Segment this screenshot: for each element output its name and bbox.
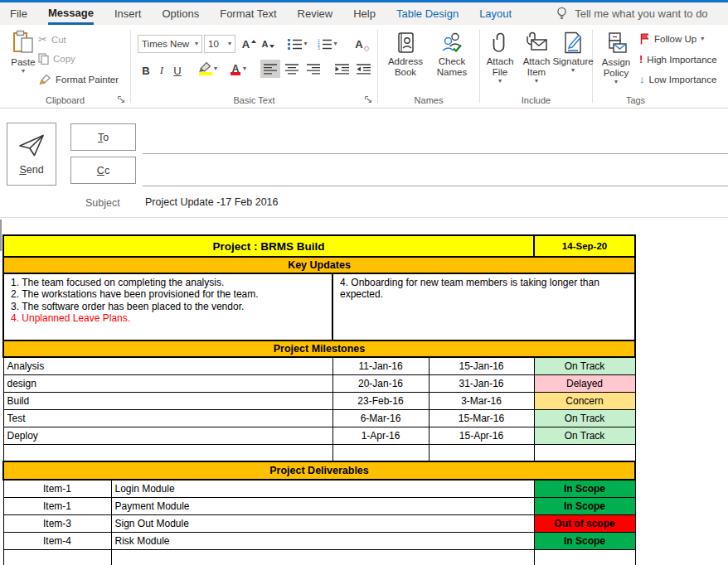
to-input[interactable] xyxy=(143,153,728,154)
align-left-button[interactable] xyxy=(260,60,280,78)
empty-cell[interactable] xyxy=(534,549,635,565)
address-book-button[interactable]: Address Book xyxy=(383,31,428,78)
tab-review[interactable]: Review xyxy=(298,2,333,25)
cut-button[interactable]: ✂ Cut xyxy=(38,33,66,46)
align-right-button[interactable] xyxy=(303,60,323,78)
milestone-name-cell[interactable]: Analysis xyxy=(3,357,332,374)
tab-insert[interactable]: Insert xyxy=(114,2,142,25)
format-painter-button[interactable]: Format Painter xyxy=(38,73,119,85)
milestone-status-cell[interactable]: Concern xyxy=(534,392,635,409)
highlight-color-button[interactable]: ▾ xyxy=(194,60,221,78)
milestone-status-cell[interactable]: On Track xyxy=(534,409,635,427)
high-importance-button[interactable]: ! High Importance xyxy=(639,53,717,65)
empty-cell[interactable] xyxy=(3,549,111,565)
empty-cell[interactable] xyxy=(3,444,332,461)
grow-font-button[interactable]: A xyxy=(240,35,258,53)
milestone-name-cell[interactable]: Deploy xyxy=(3,427,332,444)
deliverable-name-cell[interactable]: Sign Out Module xyxy=(111,514,534,532)
empty-cell[interactable] xyxy=(111,549,534,565)
tab-file[interactable]: File xyxy=(10,2,27,25)
milestone-end-cell[interactable]: 15-Apr-16 xyxy=(429,427,534,444)
deliverable-status-cell[interactable]: Out of scope xyxy=(534,514,635,532)
paste-button[interactable]: Paste ▾ xyxy=(7,30,40,75)
subject-input[interactable]: Project Update -17 Feb 2016 xyxy=(145,196,279,208)
tell-me-box[interactable]: Tell me what you want to do xyxy=(556,2,707,25)
tags-group: Assign Policy ▾ Follow Up ▾ ! High Impor… xyxy=(593,25,728,108)
numbering-button[interactable]: 1 2 3 ▾ xyxy=(315,35,340,53)
deliverable-name-cell[interactable]: Payment Module xyxy=(111,497,534,514)
deliverable-status-cell[interactable]: In Scope xyxy=(534,532,635,549)
clear-formatting-button[interactable]: A◇ xyxy=(348,35,370,53)
tab-options[interactable]: Options xyxy=(162,2,199,25)
milestones-header-cell[interactable]: Project Milestones xyxy=(3,340,635,357)
tab-format-text[interactable]: Format Text xyxy=(220,2,276,25)
milestone-status-cell[interactable]: On Track xyxy=(534,357,635,374)
bullets-button[interactable]: ▾ xyxy=(285,35,310,53)
message-body[interactable]: Project : BRMS Build 14-Sep-20 Key Updat… xyxy=(0,218,728,565)
deliverable-status-cell[interactable]: In Scope xyxy=(534,480,635,497)
empty-cell[interactable] xyxy=(534,444,635,461)
align-center-button[interactable] xyxy=(282,60,302,78)
deliverable-status-cell[interactable]: In Scope xyxy=(534,497,635,514)
assign-policy-button[interactable]: Assign Policy ▾ xyxy=(596,31,636,85)
milestone-end-cell[interactable]: 3-Mar-16 xyxy=(429,392,534,409)
low-importance-button[interactable]: ↓ Low Importance xyxy=(639,73,716,85)
underline-button[interactable]: U xyxy=(171,61,184,80)
signature-button[interactable]: Signature ▾ xyxy=(555,31,591,74)
key-updates-header-cell[interactable]: Key Updates xyxy=(3,257,635,273)
attach-file-button[interactable]: Attach File ▾ xyxy=(482,31,518,85)
key-updates-right-cell[interactable]: 4. Onboarding for new team members is ta… xyxy=(332,273,635,340)
deliverable-item-cell[interactable]: Item-4 xyxy=(3,532,111,549)
bold-button[interactable]: B xyxy=(139,61,153,80)
deliverable-name-cell[interactable]: Risk Module xyxy=(111,532,534,549)
key-update-item: 1. The team focused on completing the an… xyxy=(11,277,325,288)
to-button[interactable]: To xyxy=(70,123,136,151)
milestone-start-cell[interactable]: 11-Jan-16 xyxy=(332,357,429,374)
key-updates-left-cell[interactable]: 1. The team focused on completing the an… xyxy=(3,273,332,340)
font-color-button[interactable]: A ▾ xyxy=(226,60,250,78)
empty-cell[interactable] xyxy=(332,444,429,461)
milestone-name-cell[interactable]: Build xyxy=(3,392,332,409)
attach-item-button[interactable]: Attach Item ▾ xyxy=(518,31,555,85)
milestone-status-cell[interactable]: On Track xyxy=(534,427,635,444)
tab-help[interactable]: Help xyxy=(353,2,376,25)
clipboard-dialog-launcher[interactable] xyxy=(117,95,126,104)
deliverable-item-cell[interactable]: Item-1 xyxy=(3,497,111,514)
tab-message[interactable]: Message xyxy=(48,2,94,25)
cc-button[interactable]: Cc xyxy=(70,157,136,184)
milestone-end-cell[interactable]: 31-Jan-16 xyxy=(429,374,534,392)
empty-cell[interactable] xyxy=(429,444,534,461)
deliverable-name-cell[interactable]: Login Module xyxy=(111,480,534,497)
milestone-status-cell[interactable]: Delayed xyxy=(534,374,635,392)
deliverables-header-cell[interactable]: Project Deliverables xyxy=(3,461,635,480)
milestone-end-cell[interactable]: 15-Jan-16 xyxy=(429,357,534,374)
milestone-start-cell[interactable]: 6-Mar-16 xyxy=(332,409,429,427)
report-title-cell[interactable]: Project : BRMS Build xyxy=(3,235,534,257)
increase-indent-button[interactable] xyxy=(353,60,373,78)
shrink-font-button[interactable]: A xyxy=(260,35,277,53)
font-name-combo[interactable]: Times New ▾ xyxy=(138,35,202,53)
basic-text-dialog-launcher[interactable] xyxy=(364,95,373,104)
deliverable-item-cell[interactable]: Item-1 xyxy=(3,480,111,497)
decrease-indent-button[interactable] xyxy=(332,60,352,78)
milestone-start-cell[interactable]: 23-Feb-16 xyxy=(332,392,429,409)
milestone-name-cell[interactable]: design xyxy=(3,374,332,392)
milestone-name-cell[interactable]: Test xyxy=(3,409,332,427)
font-size-combo[interactable]: 10 ▾ xyxy=(204,35,235,53)
cc-input[interactable] xyxy=(143,186,728,186)
chevron-down-icon: ▾ xyxy=(535,78,538,85)
underline-label: U xyxy=(173,65,181,77)
check-names-button[interactable]: Check Names xyxy=(430,31,474,78)
deliverable-item-cell[interactable]: Item-3 xyxy=(3,514,111,532)
send-button[interactable]: Send xyxy=(7,123,56,186)
tab-table-design[interactable]: Table Design xyxy=(396,2,459,25)
italic-button[interactable]: I xyxy=(156,61,167,80)
milestone-end-cell[interactable]: 15-Mar-16 xyxy=(429,409,534,427)
tab-layout[interactable]: Layout xyxy=(479,2,512,25)
milestone-start-cell[interactable]: 1-Apr-16 xyxy=(332,427,429,444)
report-date-cell[interactable]: 14-Sep-20 xyxy=(534,235,635,257)
follow-up-button[interactable]: Follow Up ▾ xyxy=(639,33,704,45)
copy-button[interactable]: Copy xyxy=(38,53,75,65)
milestone-start-cell[interactable]: 20-Jan-16 xyxy=(332,374,429,392)
table-row: Project : BRMS Build 14-Sep-20 xyxy=(3,235,635,257)
